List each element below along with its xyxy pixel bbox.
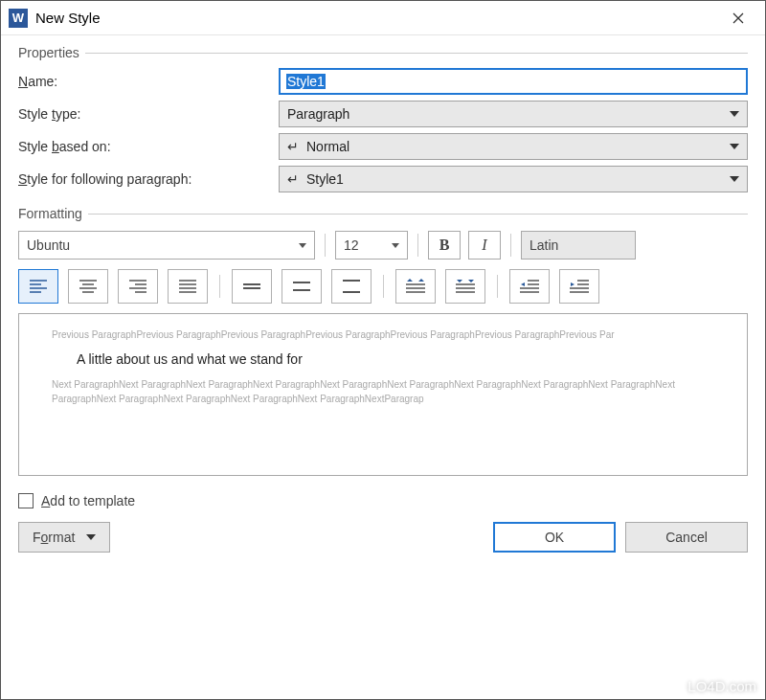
close-icon (732, 12, 744, 24)
chevron-down-icon (299, 243, 306, 248)
space-before-decrease-button[interactable] (445, 269, 485, 304)
space-before-increase-button[interactable] (395, 269, 436, 304)
paragraph-return-icon: ↵ (287, 139, 299, 154)
line-spacing-1-button[interactable] (232, 269, 272, 304)
add-to-template-label: Add to template (41, 493, 135, 508)
align-right-icon (129, 280, 146, 293)
style-preview: Previous ParagraphPrevious ParagraphPrev… (18, 313, 748, 476)
space-before-increase-icon (406, 279, 425, 294)
properties-group-label: Properties (18, 45, 748, 60)
formatting-label-text: Formatting (18, 206, 82, 221)
following-paragraph-combo[interactable]: ↵ Style1 (279, 166, 748, 192)
line-spacing-2-button[interactable] (331, 269, 372, 304)
font-name-combo[interactable]: Ubuntu (18, 231, 315, 260)
italic-button[interactable]: I (468, 231, 501, 260)
chevron-down-icon (86, 534, 96, 540)
paragraph-return-icon: ↵ (287, 171, 299, 187)
ok-button-label: OK (545, 530, 564, 545)
titlebar: W New Style (1, 1, 765, 35)
style-type-label: Style type: (18, 106, 279, 122)
add-to-template-checkbox[interactable] (18, 493, 34, 508)
align-center-icon (79, 280, 97, 293)
indent-decrease-icon (520, 280, 539, 293)
style-type-value: Paragraph (287, 106, 730, 122)
paragraph-toolbar (18, 269, 748, 304)
cancel-button-label: Cancel (665, 530, 708, 545)
following-paragraph-value: Style1 (306, 171, 730, 187)
close-button[interactable] (719, 4, 757, 33)
name-label: Name: (18, 74, 279, 89)
new-style-dialog: W New Style Properties Name: Style1 Styl… (1, 1, 765, 699)
chevron-down-icon (730, 144, 739, 149)
separator (325, 234, 326, 257)
separator (383, 275, 384, 298)
style-type-combo[interactable]: Paragraph (279, 101, 748, 127)
align-center-button[interactable] (68, 269, 108, 304)
based-on-value: Normal (306, 139, 730, 154)
app-icon: W (9, 9, 28, 28)
based-on-label: Style based on: (18, 139, 279, 154)
script-combo[interactable]: Latin (521, 231, 636, 260)
line-spacing-loose-icon (343, 280, 360, 293)
align-left-icon (30, 280, 47, 293)
separator (219, 275, 220, 298)
script-value: Latin (529, 237, 627, 253)
line-spacing-1-5-button[interactable] (282, 269, 322, 304)
bold-icon: B (439, 237, 450, 254)
italic-icon: I (482, 237, 486, 254)
separator (497, 275, 498, 298)
indent-increase-button[interactable] (559, 269, 599, 304)
indent-increase-icon (570, 280, 589, 293)
font-size-value: 12 (344, 237, 384, 253)
font-name-value: Ubuntu (27, 237, 291, 253)
line-spacing-tight-icon (243, 280, 260, 293)
ok-button[interactable]: OK (493, 522, 616, 553)
line-spacing-medium-icon (293, 280, 310, 293)
properties-label-text: Properties (18, 45, 79, 60)
space-before-decrease-icon (456, 279, 475, 294)
chevron-down-icon (730, 111, 739, 117)
dialog-title: New Style (35, 10, 719, 26)
formatting-group-label: Formatting (18, 206, 748, 221)
font-size-combo[interactable]: 12 (335, 231, 408, 260)
font-toolbar: Ubuntu 12 B I Latin (18, 231, 748, 260)
separator (510, 234, 511, 257)
following-paragraph-label: Style for following paragraph: (18, 171, 279, 187)
format-button[interactable]: Format (18, 522, 110, 553)
align-justify-button[interactable] (168, 269, 208, 304)
chevron-down-icon (730, 176, 739, 182)
name-input[interactable]: Style1 (279, 68, 748, 95)
preview-previous-text: Previous ParagraphPrevious ParagraphPrev… (52, 327, 714, 342)
preview-sample-text: A little about us and what we stand for (77, 350, 714, 370)
bold-button[interactable]: B (428, 231, 461, 260)
align-left-button[interactable] (18, 269, 58, 304)
based-on-combo[interactable]: ↵ Normal (279, 133, 748, 160)
separator (417, 234, 418, 257)
chevron-down-icon (392, 243, 399, 248)
cancel-button[interactable]: Cancel (625, 522, 748, 553)
align-justify-icon (179, 280, 196, 293)
preview-next-text: Next ParagraphNext ParagraphNext Paragra… (52, 377, 714, 406)
indent-decrease-button[interactable] (509, 269, 550, 304)
name-input-value: Style1 (286, 74, 326, 89)
align-right-button[interactable] (118, 269, 158, 304)
